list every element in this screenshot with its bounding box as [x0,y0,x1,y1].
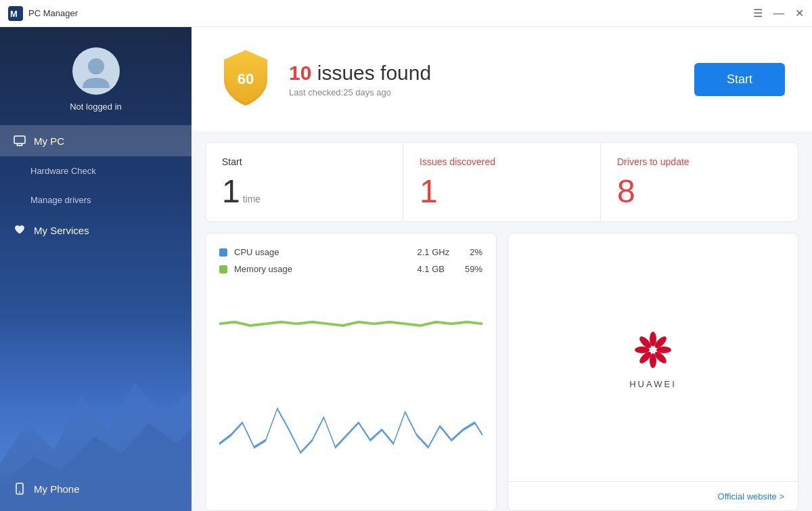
heart-icon [14,224,26,236]
my-phone-label: My Phone [34,483,80,495]
main-layout: Not logged in My PC Hardware Check Manag… [0,27,812,511]
official-website-link[interactable]: Official website > [718,491,784,502]
sidebar-item-hardware-check[interactable]: Hardware Check [0,156,191,185]
huawei-content: HUAWEI [508,234,798,481]
stat-start-value: 1time [222,175,386,208]
chart-legend: CPU usage 2.1 GHz 2% Memory usage 4.1 GB… [219,247,482,274]
cpu-legend-item: CPU usage 2.1 GHz 2% [219,247,482,257]
mem-pct: 59% [465,264,482,274]
phone-icon [14,483,26,495]
huawei-footer: Official website > [508,481,798,510]
issues-text: issues found [311,62,431,84]
stats-row: Start 1time Issues discovered 1 Drivers … [205,142,798,222]
user-avatar[interactable] [72,47,120,95]
monitor-icon [14,135,26,147]
mem-legend-item: Memory usage 4.1 GB 59% [219,264,482,274]
svg-text:M: M [10,9,18,19]
last-checked: Last checked:25 days ago [289,87,678,97]
app-icon: M [8,6,23,21]
close-button[interactable]: ✕ [795,8,804,19]
stat-issues-label: Issues discovered [420,156,584,167]
user-section: Not logged in [0,27,191,125]
stat-start-number: 1 [222,173,240,209]
chart-area [219,285,482,497]
svg-rect-3 [14,136,25,143]
username-label: Not logged in [70,102,122,112]
sidebar-item-manage-drivers[interactable]: Manage drivers [0,185,191,215]
mem-color-dot [219,265,227,273]
stat-drivers-number: 8 [617,175,782,208]
minimize-button[interactable]: — [773,8,784,19]
mem-size: 4.1 GB [418,264,445,274]
header-info: 10 issues found Last checked:25 days ago [289,62,678,97]
performance-chart [219,285,482,497]
huawei-card: HUAWEI Official website > [508,233,798,511]
mem-label: Memory usage [234,264,411,274]
nav-section: My PC Hardware Check Manage drivers My S… [0,125,191,473]
sidebar-item-my-services[interactable]: My Services [0,215,191,246]
content-header: 60 10 issues found Last checked:25 days … [191,27,812,131]
content-area: 60 10 issues found Last checked:25 days … [191,27,812,511]
issues-title: 10 issues found [289,62,678,85]
stat-card-start: Start 1time [205,142,403,222]
stat-card-drivers: Drivers to update 8 [601,142,798,222]
sidebar-item-my-pc[interactable]: My PC [0,125,191,156]
stat-start-unit: time [243,194,261,204]
stat-start-label: Start [222,156,386,167]
nav-bottom: My Phone [0,473,191,511]
bottom-row: CPU usage 2.1 GHz 2% Memory usage 4.1 GB… [205,233,798,511]
chart-card: CPU usage 2.1 GHz 2% Memory usage 4.1 GB… [205,233,497,511]
cpu-color-dot [219,248,227,257]
my-services-label: My Services [34,225,89,236]
huawei-flower-icon [629,326,677,374]
app-title: PC Manager [28,8,78,18]
avatar-icon [79,54,113,88]
huawei-logo: HUAWEI [629,326,677,389]
app-logo: M PC Manager [8,6,753,21]
svg-point-8 [19,491,20,493]
issues-count: 10 [289,62,311,84]
hardware-check-label: Hardware Check [30,166,96,176]
manage-drivers-label: Manage drivers [30,195,91,205]
sidebar: Not logged in My PC Hardware Check Manag… [0,27,191,511]
menu-button[interactable]: ☰ [753,8,763,19]
sidebar-item-my-phone[interactable]: My Phone [0,473,191,504]
stat-card-issues: Issues discovered 1 [403,142,601,222]
cpu-pct: 2% [470,247,482,257]
cpu-label: CPU usage [234,247,411,257]
start-button[interactable]: Start [694,63,785,96]
shield-badge: 60 [219,47,273,111]
stat-drivers-label: Drivers to update [617,156,782,167]
titlebar: M PC Manager ☰ — ✕ [0,0,812,27]
huawei-brand: HUAWEI [629,379,677,389]
my-pc-label: My PC [34,135,64,147]
shield-score: 60 [238,70,254,88]
svg-point-2 [88,58,104,74]
window-controls: ☰ — ✕ [753,8,804,19]
stat-issues-number: 1 [420,175,584,208]
cpu-freq: 2.1 GHz [418,247,450,257]
